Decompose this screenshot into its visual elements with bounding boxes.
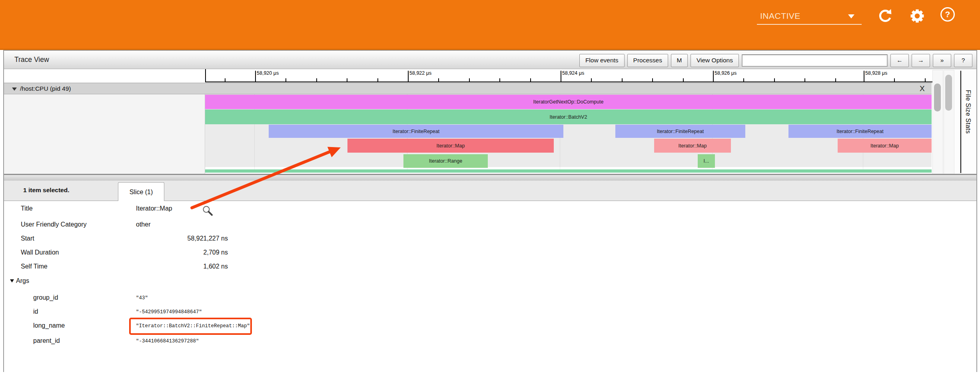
minor-tick bbox=[285, 78, 286, 82]
close-icon[interactable]: X bbox=[920, 84, 925, 93]
minor-tick bbox=[743, 78, 744, 82]
view-options-button[interactable]: View Options bbox=[691, 54, 739, 67]
minor-tick bbox=[377, 78, 378, 82]
field-value: 58,921,227 ns bbox=[136, 235, 228, 242]
minor-tick bbox=[225, 78, 226, 82]
minor-tick bbox=[499, 78, 500, 82]
tab-slice-label: Slice (1) bbox=[130, 189, 153, 196]
tab-slice[interactable]: Slice (1) bbox=[118, 182, 164, 201]
details-tab-bar: 1 item selected. Slice (1) bbox=[4, 181, 976, 201]
trace-slice[interactable]: Iterator::Map bbox=[347, 139, 554, 153]
search-input[interactable] bbox=[742, 54, 888, 67]
slice-details: TitleIterator::MapUser Friendly Category… bbox=[4, 201, 976, 372]
minor-tick bbox=[316, 78, 317, 82]
more-button[interactable]: » bbox=[933, 54, 951, 67]
arg-key: parent_id bbox=[33, 337, 60, 344]
timeline-canvas[interactable]: IteratorGetNextOp::DoComputeIterator::Ba… bbox=[205, 94, 932, 174]
settings-button[interactable] bbox=[908, 7, 926, 25]
scrollbar-track[interactable] bbox=[932, 70, 943, 175]
arg-key: long_name bbox=[33, 322, 65, 329]
arg-value: "43" bbox=[136, 295, 148, 301]
tick-label: 58,924 μs bbox=[561, 70, 584, 76]
status-dropdown[interactable]: INACTIVE bbox=[757, 8, 862, 25]
trace-slice[interactable]: IteratorGetNextOp::DoCompute bbox=[205, 95, 932, 109]
minor-tick bbox=[469, 78, 470, 82]
field-value: Iterator::Map bbox=[136, 205, 172, 212]
tick-label: 58,920 μs bbox=[255, 70, 279, 76]
arg-value: "-5429951974994848647" bbox=[136, 309, 202, 315]
file-size-stats-label: File Size Stats bbox=[964, 90, 972, 134]
collapse-triangle-icon[interactable] bbox=[10, 279, 14, 282]
next-iteration-strip bbox=[205, 169, 932, 173]
magnifier-icon bbox=[202, 205, 214, 217]
minor-tick bbox=[774, 78, 775, 82]
help-icon: ? bbox=[940, 7, 955, 22]
field-label: Start bbox=[21, 235, 34, 242]
trace-slice[interactable]: Iterator::BatchV2 bbox=[205, 109, 932, 124]
next-button[interactable]: → bbox=[912, 54, 930, 67]
trace-slice[interactable]: Iterator::Map bbox=[654, 139, 731, 153]
minor-tick bbox=[530, 78, 531, 82]
zoom-to-slice-button[interactable] bbox=[202, 205, 214, 217]
selection-status: 1 item selected. bbox=[23, 187, 69, 194]
metrics-button[interactable]: M bbox=[671, 54, 688, 67]
scrollbar-thumb[interactable] bbox=[934, 84, 941, 111]
field-label: Title bbox=[21, 205, 33, 212]
trace-slice[interactable]: Iterator::FiniteRepeat bbox=[788, 125, 932, 138]
args-header[interactable]: Args bbox=[16, 277, 29, 284]
tick-label: 58,922 μs bbox=[408, 70, 431, 76]
arg-value: "Iterator::BatchV2::FiniteRepeat::Map" bbox=[136, 323, 250, 329]
minor-tick bbox=[591, 78, 592, 82]
refresh-icon bbox=[876, 7, 894, 25]
tick-label: 58,926 μs bbox=[713, 70, 736, 76]
trace-slice[interactable]: Iterator::FiniteRepeat bbox=[615, 125, 745, 138]
flow-events-button[interactable]: Flow events bbox=[579, 54, 625, 67]
track-label-column: tf_data_iterator_get_next bbox=[4, 94, 205, 174]
field-value: 2,709 ns bbox=[136, 249, 228, 256]
time-ruler[interactable]: 58,920 μs58,922 μs58,924 μs58,926 μs58,9… bbox=[205, 69, 932, 82]
gear-icon bbox=[908, 7, 926, 25]
minor-tick bbox=[835, 78, 836, 82]
panel-splitter[interactable] bbox=[4, 174, 976, 181]
arg-key: id bbox=[33, 308, 38, 315]
status-label: INACTIVE bbox=[760, 11, 800, 21]
caret-down-icon bbox=[848, 14, 854, 18]
trace-toolbar: Trace View Flow events Processes M View … bbox=[3, 50, 977, 69]
field-label: User Friendly Category bbox=[21, 221, 87, 228]
field-label: Self Time bbox=[21, 263, 48, 270]
arg-key: group_id bbox=[33, 294, 58, 301]
minor-tick bbox=[894, 78, 895, 82]
tick-label: 58,928 μs bbox=[864, 70, 887, 76]
panel-title: Trace View bbox=[14, 56, 49, 64]
scrollbar-thumb[interactable] bbox=[945, 75, 952, 111]
shortcuts-help-button[interactable]: ? bbox=[954, 54, 972, 67]
minor-tick bbox=[652, 78, 653, 82]
trace-slice[interactable]: Iterator::Map bbox=[838, 139, 932, 153]
help-button[interactable]: ? bbox=[940, 7, 958, 25]
minor-tick bbox=[347, 78, 347, 82]
minor-tick bbox=[438, 78, 439, 82]
minor-tick bbox=[804, 78, 805, 82]
process-label: /host:CPU (pid 49) bbox=[20, 85, 71, 92]
minor-tick bbox=[622, 78, 623, 82]
field-label: Wall Duration bbox=[21, 249, 59, 256]
process-header[interactable]: /host:CPU (pid 49) X bbox=[4, 83, 932, 94]
collapse-triangle-icon bbox=[12, 88, 17, 91]
field-value: 1,602 ns bbox=[136, 263, 228, 270]
toolbar-controls: Flow events Processes M View Options ← →… bbox=[579, 53, 972, 68]
trace-slice[interactable]: Iterator::Range bbox=[403, 154, 488, 168]
side-tab-border: File Size Stats bbox=[960, 71, 977, 173]
prev-button[interactable]: ← bbox=[890, 54, 909, 67]
refresh-button[interactable] bbox=[876, 7, 894, 25]
file-size-stats-tab[interactable]: File Size Stats bbox=[955, 69, 976, 175]
field-value: other bbox=[136, 221, 150, 228]
minor-tick bbox=[925, 78, 926, 82]
scrollbar-track[interactable] bbox=[944, 70, 954, 175]
minor-tick bbox=[683, 78, 684, 82]
trace-slice[interactable]: Iterator::FiniteRepeat bbox=[269, 125, 563, 138]
arg-value: "-344106684136297288" bbox=[136, 338, 199, 344]
processes-button[interactable]: Processes bbox=[627, 54, 668, 67]
dropdown-underline bbox=[757, 24, 862, 25]
app-header: INACTIVE ? bbox=[0, 0, 980, 50]
trace-slice[interactable]: I... bbox=[698, 154, 715, 168]
